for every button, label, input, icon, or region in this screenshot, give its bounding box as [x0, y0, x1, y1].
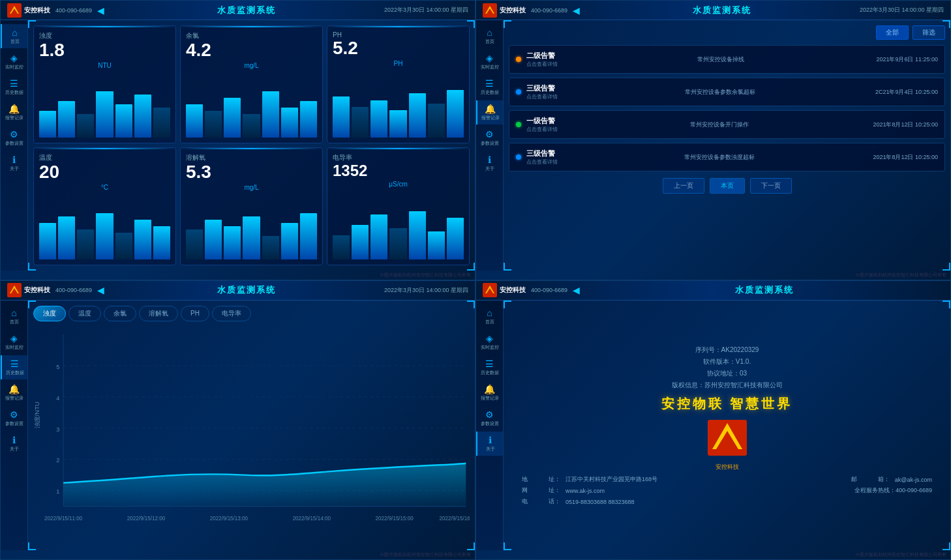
alarm-item-4: 三级告警 点击查看详情 常州安控设备参数浊度超标 2021年8月12日 10:2…: [509, 143, 945, 171]
sidebar-q3-history[interactable]: ☰ 历史数据: [1, 355, 27, 379]
tab-temperature[interactable]: 温度: [68, 306, 101, 321]
alarm-item-2: 三级告警 点击查看详情 常州安控设备参数余氯超标 2C21年9月4日 10:25…: [509, 78, 945, 106]
company-name-q3: 安控科技: [24, 286, 50, 295]
sidebar-item-history[interactable]: ☰ 历史数据: [1, 75, 27, 99]
label-about-q4: 关于: [486, 446, 495, 452]
chlorine-unit: mg/L: [186, 62, 317, 69]
home-icon-q3: ⌂: [11, 308, 16, 318]
cond-chart: [333, 190, 464, 259]
chart-tabs: 浊度 温度 余氯 溶解氧 PH 电导率: [33, 306, 470, 321]
sidebar-q4-realtime[interactable]: ◈ 实时监控: [476, 330, 503, 354]
sidebar-item-realtime[interactable]: ◈ 实时监控: [1, 50, 27, 74]
sidebar-item-settings[interactable]: ⚙ 参数设置: [1, 126, 27, 150]
alarm-action-1: 点击查看详情: [526, 61, 566, 68]
sidebar-q4-home[interactable]: ⌂ 首页: [476, 304, 503, 329]
bar: [115, 104, 132, 137]
bar: [205, 111, 222, 137]
svg-text:2022/9/15/16:00: 2022/9/15/16:00: [440, 516, 470, 522]
do-value: 5.3: [186, 162, 317, 183]
home-icon: ⌂: [12, 27, 17, 38]
tab-conductivity[interactable]: 电导率: [212, 306, 251, 321]
bar: [447, 90, 464, 138]
sidebar-q3-alarm[interactable]: 🔔 报警记录: [1, 381, 27, 405]
sidebar-item-home[interactable]: ⌂ 首页: [1, 24, 27, 48]
ph-unit: PH: [333, 60, 464, 67]
alarm-level-2: 三级告警: [526, 83, 566, 93]
company-slogan: 安控物联 智慧世界: [661, 395, 793, 413]
sidebar-q4-history[interactable]: ☰ 历史数据: [476, 355, 503, 379]
contact-row-3: 电 话： 0519-88303688 88323688: [522, 497, 932, 506]
sidebar-q4-settings[interactable]: ⚙ 参数设置: [476, 406, 503, 430]
ph-value: 5.2: [333, 38, 464, 59]
alarm-location-2: 常州安控设备参数余氯超标: [566, 88, 875, 96]
email-value: ak@ak-js.com: [895, 477, 932, 483]
sidebar-q2-about[interactable]: ℹ 关于: [476, 151, 503, 175]
corner-tl: [28, 20, 36, 28]
turbidity-chart: [39, 72, 170, 138]
sidebar-item-about[interactable]: ℹ 关于: [1, 151, 27, 175]
company-name-q2: 安控科技: [500, 6, 526, 15]
sidebar-q2-realtime[interactable]: ◈ 实时监控: [476, 50, 503, 74]
tab-chlorine[interactable]: 余氯: [104, 306, 136, 321]
sidebar-q2-settings[interactable]: ⚙ 参数设置: [476, 126, 503, 150]
sidebar-q2-home[interactable]: ⌂ 首页: [476, 24, 503, 48]
contact-section: 地 址： 江苏中关村科技产业园芜申路168号 邮 箱： ak@ak-js.com…: [509, 475, 945, 506]
btn-next-page[interactable]: 下一页: [750, 178, 792, 194]
sidebar-q3-about[interactable]: ℹ 关于: [1, 432, 27, 456]
corner-tr-q3: [467, 301, 475, 308]
realtime-icon-q3: ◈: [10, 333, 18, 344]
sidebar-q3-realtime[interactable]: ◈ 实时监控: [1, 330, 27, 354]
btn-filter[interactable]: 筛选: [913, 25, 945, 40]
bar: [370, 214, 387, 259]
about-icon: ℹ: [12, 155, 16, 165]
btn-all[interactable]: 全部: [876, 25, 909, 40]
temp-chart: [39, 194, 170, 259]
label-about-q3: 关于: [10, 446, 19, 452]
alarm-icon-q2: 🔔: [485, 104, 496, 114]
tab-do[interactable]: 溶解氧: [139, 306, 178, 321]
sidebar-q2-history[interactable]: ☰ 历史数据: [476, 75, 503, 99]
about-logo-container: 安控科技: [704, 417, 750, 471]
serial-number: 序列号：AK20220329: [672, 344, 783, 356]
website-value: www.ak-js.com: [566, 488, 605, 494]
bar: [300, 213, 317, 259]
bar: [153, 226, 170, 259]
btn-current-page[interactable]: 本页: [710, 178, 745, 194]
label-realtime-q3: 实时监控: [5, 344, 23, 351]
header-q3: 安控科技 400-090-6689 ◀ 水质监测系统 2022年3月30日 14…: [1, 281, 475, 301]
sidebar-label-settings: 参数设置: [5, 140, 23, 147]
about-info-block: 序列号：AK20220329 软件版本：V1.0. 协议地址：03 版权信息：苏…: [672, 344, 783, 391]
sidebar-q3-home[interactable]: ⌂ 首页: [1, 304, 27, 329]
footer-q3: ※图片版权归杭州安控智汇科技有限公司所有: [1, 550, 475, 559]
alarm-item-1: 二级告警 点击查看详情 常州安控设备掉线 2021年9月6日 11:25:00: [509, 45, 945, 74]
btn-prev-page[interactable]: 上一页: [663, 178, 704, 194]
tab-turbidity[interactable]: 浊度: [33, 306, 66, 321]
logo-area: 安控科技 400-090-6689: [7, 3, 92, 18]
service-hotline: 全程服务热线：400-090-6689: [854, 486, 932, 495]
bar: [300, 101, 317, 138]
alarm-level-1: 二级告警: [526, 51, 566, 61]
sidebar-item-alarm[interactable]: 🔔 报警记录: [1, 100, 27, 125]
temp-label: 温度: [39, 153, 170, 162]
turbidity-value: 1.8: [39, 40, 170, 61]
sidebar-q4-about[interactable]: ℹ 关于: [476, 432, 503, 456]
sidebar-q2-alarm[interactable]: 🔔 报警记录: [476, 100, 503, 125]
alarm-pagination: 上一页 本页 下一页: [509, 178, 945, 194]
company-name: 安控科技: [24, 6, 50, 15]
settings-icon-q2: ⚙: [485, 129, 494, 140]
sidebar-label-about: 关于: [10, 166, 19, 172]
sidebar-q3-settings[interactable]: ⚙ 参数设置: [1, 406, 27, 430]
bar: [409, 211, 426, 259]
tab-ph[interactable]: PH: [181, 306, 209, 321]
corner-bl: [28, 263, 36, 271]
metric-do: 溶解氧 5.3 mg/L: [180, 147, 323, 265]
nav-arrow-icon: ◀: [97, 5, 104, 16]
datetime: 2022年3月30日 14:00:00 星期四: [384, 6, 468, 14]
content-q1: 浊度 1.8 NTU 余氯 4.2: [28, 20, 475, 271]
bar: [262, 91, 279, 138]
sidebar-label-home: 首页: [10, 38, 20, 45]
svg-text:2: 2: [56, 456, 59, 464]
sidebar-q4-alarm[interactable]: 🔔 报警记录: [476, 381, 503, 405]
bar: [58, 216, 75, 259]
bar: [243, 216, 260, 259]
